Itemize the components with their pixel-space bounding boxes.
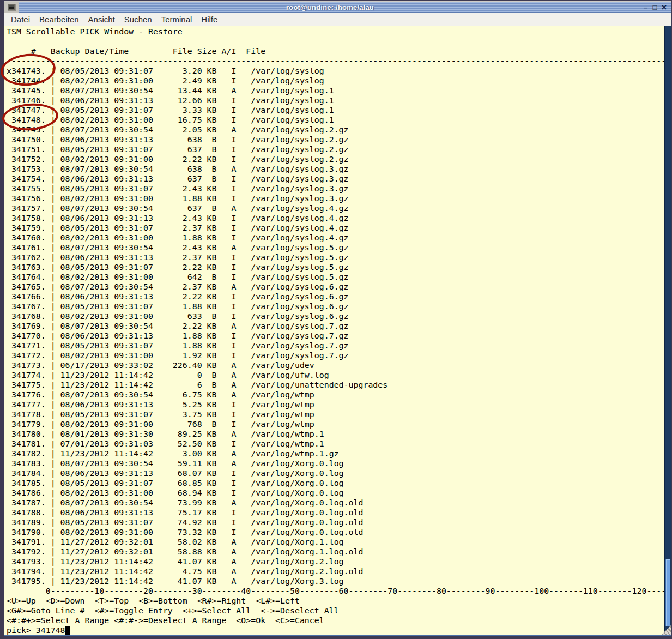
terminal-window: root@undine: /home/alau – □ ✕ Datei Bear… (0, 0, 672, 639)
pick-prompt-row[interactable]: pick> 341748 (4, 625, 671, 635)
window-controls: – □ ✕ (641, 3, 671, 12)
menu-item-suchen[interactable]: Suchen (124, 15, 152, 24)
close-icon[interactable]: ✕ (659, 3, 669, 12)
scrollbar-thumb[interactable] (665, 559, 670, 626)
maximize-icon[interactable]: □ (650, 3, 659, 12)
text-cursor (65, 626, 70, 635)
minimize-icon[interactable]: – (641, 3, 650, 12)
titlebar[interactable]: root@undine: /home/alau – □ ✕ (4, 1, 671, 13)
menu-item-bearbeiten[interactable]: Bearbeiten (39, 15, 79, 24)
menubar: Datei Bearbeiten Ansicht Suchen Terminal… (4, 13, 671, 26)
terminal-screen-area[interactable]: TSM Scrollable PICK Window - Restore # B… (4, 26, 671, 636)
scrollbar[interactable] (664, 26, 671, 635)
pick-prompt-text: pick> 341748 (7, 625, 65, 635)
window-title: root@undine: /home/alau (19, 3, 641, 11)
menu-item-terminal[interactable]: Terminal (161, 15, 192, 24)
app-icon-area (4, 2, 19, 13)
pick-window-listing: TSM Scrollable PICK Window - Restore # B… (4, 26, 671, 625)
menu-item-datei[interactable]: Datei (11, 15, 30, 24)
terminal-icon (8, 4, 16, 11)
titlebar-stripes: root@undine: /home/alau – □ ✕ (19, 2, 671, 13)
menu-item-hilfe[interactable]: Hilfe (201, 15, 217, 24)
menu-item-ansicht[interactable]: Ansicht (88, 15, 115, 24)
